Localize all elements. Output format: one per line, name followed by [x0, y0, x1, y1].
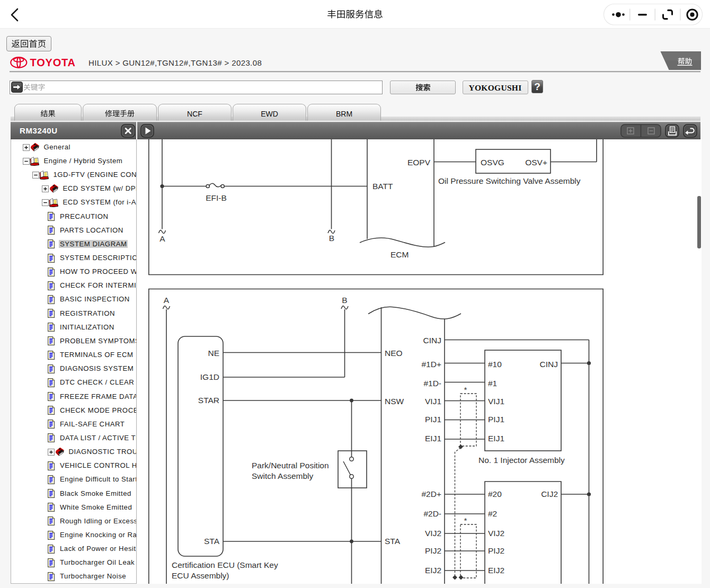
svg-text:B: B: [329, 234, 334, 243]
svg-text:#10: #10: [488, 360, 502, 369]
svg-text:#2D-: #2D-: [423, 509, 441, 518]
svg-text:CINJ: CINJ: [423, 336, 441, 345]
svg-text:VIJ1: VIJ1: [488, 397, 504, 406]
svg-text:PIJ1: PIJ1: [425, 415, 441, 424]
svg-text:STA: STA: [385, 537, 401, 546]
svg-text:No. 1 Injector Assembly: No. 1 Injector Assembly: [478, 456, 565, 465]
svg-text:STAR: STAR: [198, 396, 219, 405]
svg-text:EIJ2: EIJ2: [425, 566, 441, 575]
svg-text:VIJ1: VIJ1: [425, 397, 441, 406]
svg-text:ECM: ECM: [390, 250, 409, 259]
svg-text:EOPV: EOPV: [407, 158, 431, 167]
svg-text:NEO: NEO: [385, 349, 403, 358]
svg-text:PIJ2: PIJ2: [425, 546, 441, 555]
svg-text:VIJ2: VIJ2: [425, 529, 441, 538]
svg-text:ECU Assembly): ECU Assembly): [172, 571, 229, 580]
svg-text:PIJ1: PIJ1: [488, 415, 504, 424]
svg-text:B: B: [342, 296, 347, 305]
svg-text:OSV+: OSV+: [525, 158, 547, 167]
svg-text:CINJ: CINJ: [540, 360, 558, 369]
svg-text:#2: #2: [488, 509, 497, 518]
svg-text:PIJ2: PIJ2: [488, 546, 504, 555]
svg-text:EFI-B: EFI-B: [206, 193, 227, 202]
svg-text:A: A: [159, 234, 165, 243]
svg-text:NSW: NSW: [385, 397, 404, 406]
svg-text:EIJ2: EIJ2: [488, 566, 504, 575]
svg-text:CIJ2: CIJ2: [541, 489, 558, 498]
svg-text:STA: STA: [204, 537, 220, 546]
svg-text:TOYOTA: TOYOTA: [30, 57, 76, 68]
svg-text:*: *: [464, 516, 467, 525]
svg-text:EIJ1: EIJ1: [425, 434, 441, 443]
svg-text:A: A: [164, 296, 170, 305]
svg-text:Oil Pressure Switching Valve A: Oil Pressure Switching Valve Assembly: [438, 176, 581, 185]
svg-text:IG1D: IG1D: [200, 372, 219, 381]
svg-text:Park/Neutral Position: Park/Neutral Position: [252, 461, 329, 470]
svg-text:NE: NE: [208, 349, 219, 358]
svg-text:#1D+: #1D+: [422, 360, 442, 369]
svg-text:#2D+: #2D+: [422, 489, 442, 498]
svg-text:OSVG: OSVG: [481, 158, 504, 167]
svg-text:#20: #20: [488, 489, 502, 498]
svg-text:*: *: [464, 385, 467, 394]
svg-text:Certification ECU (Smart Key: Certification ECU (Smart Key: [172, 560, 278, 569]
svg-text:Switch Assembly: Switch Assembly: [252, 471, 314, 480]
svg-text:#1D-: #1D-: [423, 379, 441, 388]
svg-text:BATT: BATT: [372, 182, 393, 191]
svg-text:EIJ1: EIJ1: [488, 434, 504, 443]
svg-text:VIJ2: VIJ2: [488, 529, 504, 538]
svg-text:#1: #1: [488, 379, 497, 388]
